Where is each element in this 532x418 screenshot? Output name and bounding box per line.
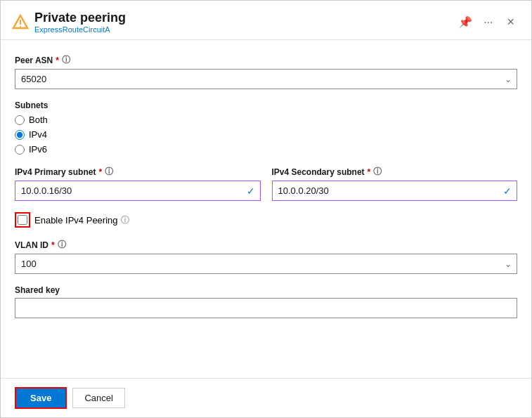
ipv4-secondary-group: IPv4 Secondary subnet * ⓘ 10.0.0.20/30 ✓ xyxy=(272,166,518,201)
ipv4-secondary-required: * xyxy=(368,167,371,177)
subnet-ipv4-radio[interactable] xyxy=(15,130,25,140)
vlan-id-required: * xyxy=(51,240,55,250)
peer-asn-required: * xyxy=(56,55,59,65)
more-button[interactable]: ··· xyxy=(481,13,495,32)
subnet-both-radio[interactable] xyxy=(15,115,25,125)
dialog-body: Peer ASN * ⓘ 65020 ⌄ Subnets Both xyxy=(1,40,531,378)
more-icon: ··· xyxy=(484,16,493,29)
cancel-button[interactable]: Cancel xyxy=(72,388,124,408)
ipv4-secondary-info-icon[interactable]: ⓘ xyxy=(373,166,382,178)
subnet-ipv6-option[interactable]: IPv6 xyxy=(15,144,517,155)
svg-point-2 xyxy=(20,26,21,27)
close-button[interactable]: × xyxy=(501,12,520,32)
ipv4-secondary-select[interactable]: 10.0.0.20/30 xyxy=(272,181,518,201)
shared-key-input[interactable] xyxy=(15,298,517,318)
ipv4-primary-group: IPv4 Primary subnet * ⓘ 10.0.0.16/30 ✓ xyxy=(15,166,261,201)
subnet-ipv4-label: IPv4 xyxy=(29,129,47,140)
subnet-ipv4-option[interactable]: IPv4 xyxy=(15,129,517,140)
header-actions: 📌 ··· × xyxy=(455,12,520,32)
ipv4-primary-required: * xyxy=(98,167,102,177)
ipv4-primary-info-icon[interactable]: ⓘ xyxy=(105,166,113,178)
subnet-both-label: Both xyxy=(29,115,48,125)
pin-icon: 📌 xyxy=(458,15,472,29)
title-block: Private peering ExpressRouteCircuitA xyxy=(34,11,450,34)
subnet-ipv6-radio[interactable] xyxy=(15,145,25,155)
ipv4-primary-select[interactable]: 10.0.0.16/30 xyxy=(15,181,261,201)
enable-peering-checkbox-wrapper xyxy=(15,212,30,228)
subnets-radio-group: Both IPv4 IPv6 xyxy=(15,115,517,155)
subnets-group: Subnets Both IPv4 IPv6 xyxy=(15,100,517,155)
dialog-title: Private peering xyxy=(34,11,450,25)
dialog-header: Private peering ExpressRouteCircuitA 📌 ·… xyxy=(1,1,531,40)
dialog-footer: Save Cancel xyxy=(1,378,531,417)
subnet-fields-group: IPv4 Primary subnet * ⓘ 10.0.0.16/30 ✓ I… xyxy=(15,166,517,201)
peer-asn-info-icon[interactable]: ⓘ xyxy=(62,54,70,66)
pin-button[interactable]: 📌 xyxy=(455,13,475,32)
peer-asn-label: Peer ASN * ⓘ xyxy=(15,54,517,66)
peer-asn-select[interactable]: 65020 xyxy=(15,69,517,89)
enable-peering-row: Enable IPv4 Peering ⓘ xyxy=(15,212,517,228)
subnet-both-option[interactable]: Both xyxy=(15,115,517,125)
azure-icon xyxy=(12,14,29,31)
peer-asn-select-wrapper: 65020 ⌄ xyxy=(15,69,517,89)
ipv4-secondary-select-wrapper: 10.0.0.20/30 ✓ xyxy=(272,181,518,201)
subnets-label: Subnets xyxy=(15,100,517,110)
vlan-id-select-wrapper: 100 ⌄ xyxy=(15,254,517,274)
shared-key-label: Shared key xyxy=(15,285,517,295)
enable-peering-label: Enable IPv4 Peering ⓘ xyxy=(34,214,129,226)
ipv4-secondary-label: IPv4 Secondary subnet * ⓘ xyxy=(272,166,518,178)
vlan-id-info-icon[interactable]: ⓘ xyxy=(58,239,66,251)
private-peering-dialog: Private peering ExpressRouteCircuitA 📌 ·… xyxy=(0,0,532,418)
vlan-id-select[interactable]: 100 xyxy=(15,254,517,274)
subnet-ipv6-label: IPv6 xyxy=(29,144,47,155)
save-button[interactable]: Save xyxy=(15,387,67,409)
ipv4-primary-label: IPv4 Primary subnet * ⓘ xyxy=(15,166,261,178)
ipv4-primary-select-wrapper: 10.0.0.16/30 ✓ xyxy=(15,181,261,201)
peer-asn-group: Peer ASN * ⓘ 65020 ⌄ xyxy=(15,54,517,89)
enable-peering-checkbox[interactable] xyxy=(18,215,27,225)
shared-key-group: Shared key xyxy=(15,285,517,318)
vlan-id-label: VLAN ID * ⓘ xyxy=(15,239,517,251)
vlan-id-group: VLAN ID * ⓘ 100 ⌄ xyxy=(15,239,517,274)
enable-peering-info-icon[interactable]: ⓘ xyxy=(121,214,129,226)
dialog-subtitle: ExpressRouteCircuitA xyxy=(34,25,450,34)
